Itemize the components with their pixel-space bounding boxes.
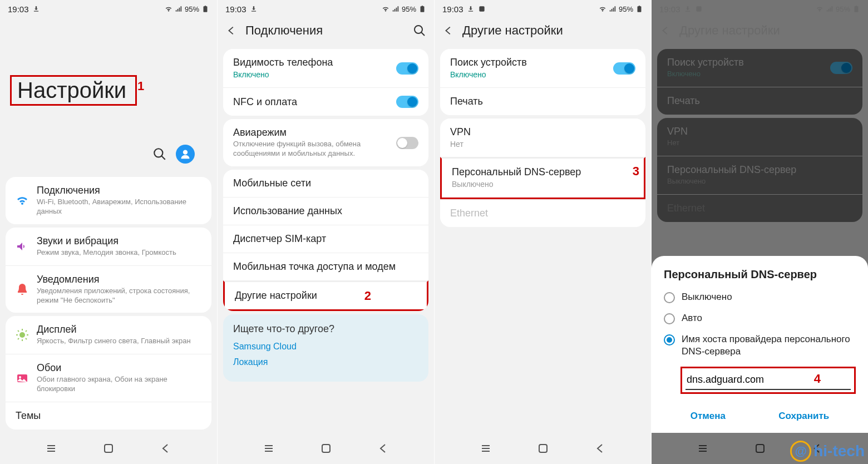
signal-icon [392, 5, 400, 13]
toggle-airplane[interactable] [396, 137, 418, 149]
radio-icon [664, 313, 675, 324]
dns-option-hostname[interactable]: Имя хоста провайдера персонального DNS-с… [664, 333, 856, 358]
status-bar: 19:03 95% [0, 0, 217, 18]
more-item-vpn[interactable]: VPN Нет [440, 119, 645, 157]
signal-icon [175, 5, 183, 13]
svg-line-11 [421, 32, 425, 36]
svg-rect-20 [539, 445, 547, 452]
conn-item-more-settings[interactable]: Другие настройки 2 [223, 280, 428, 311]
sound-icon [16, 240, 29, 253]
annotation-1: 1 [137, 79, 144, 93]
svg-rect-15 [322, 445, 330, 452]
toggle-phone-visibility[interactable] [396, 62, 418, 75]
radio-icon [664, 292, 675, 303]
back-icon[interactable] [225, 24, 238, 37]
wifi-icon [16, 194, 29, 207]
download-icon [250, 5, 258, 13]
more-item-ethernet: Ethernet [440, 199, 645, 227]
settings-item-notifications[interactable]: Уведомления Уведомления приложений, стро… [6, 265, 211, 313]
status-time: 19:03 [8, 4, 29, 14]
conn-item-airplane[interactable]: Авиарежим Отключение функций вызова, обм… [223, 119, 428, 166]
page-title: Подключения [245, 23, 323, 38]
wifi-icon [165, 5, 172, 13]
radio-icon [664, 334, 675, 345]
svg-rect-9 [105, 445, 112, 452]
annotation-3: 3 [633, 164, 639, 179]
conn-item-phone-visibility[interactable]: Видимость телефона Включено [223, 49, 428, 87]
at-icon: @ [790, 441, 811, 462]
save-button[interactable]: Сохранить [767, 406, 840, 426]
notification-icon [478, 5, 486, 13]
toggle-nfc[interactable] [396, 96, 418, 108]
settings-item-sounds[interactable]: Звуки и вибрация Режим звука, Мелодия зв… [6, 228, 211, 265]
dns-option-off[interactable]: Выключено [664, 291, 856, 303]
navigation-bar [0, 433, 217, 464]
status-battery: 95% [619, 5, 633, 13]
app-header: Подключения [218, 18, 434, 46]
suggestions-title: Ищете что-то другое? [233, 323, 418, 335]
status-bar: 19:03 95% [218, 0, 434, 18]
search-icon[interactable] [413, 24, 426, 37]
download-icon [32, 5, 40, 13]
notification-icon [16, 283, 29, 296]
recents-button[interactable] [45, 442, 58, 455]
search-icon[interactable] [152, 147, 167, 161]
recents-button[interactable] [479, 442, 492, 455]
page-title: Настройки [14, 77, 130, 103]
recents-button[interactable] [262, 442, 275, 455]
svg-point-0 [154, 149, 162, 157]
home-button[interactable] [536, 442, 550, 455]
back-button[interactable] [159, 442, 172, 455]
conn-item-sim-manager[interactable]: Диспетчер SIM-карт [223, 225, 428, 253]
svg-point-2 [183, 150, 188, 155]
more-item-private-dns[interactable]: Персональный DNS-сервер Выключено 3 [440, 157, 645, 199]
suggestions-card: Ищете что-то другое? Samsung Cloud Локац… [223, 314, 428, 382]
app-header: Другие настройки [435, 18, 651, 46]
svg-rect-16 [479, 6, 484, 11]
settings-item-display[interactable]: Дисплей Яркость, Фильтр синего света, Гл… [6, 316, 211, 354]
dialog-title: Персональный DNS-сервер [664, 268, 856, 281]
status-bar: 19:03 95% [435, 0, 651, 18]
status-battery: 95% [185, 5, 199, 13]
svg-point-3 [19, 332, 25, 338]
signal-icon [609, 5, 617, 13]
back-button[interactable] [377, 442, 390, 455]
battery-icon [418, 5, 426, 13]
back-icon[interactable] [442, 24, 455, 37]
back-button[interactable] [594, 442, 607, 455]
dns-hostname-input[interactable] [685, 371, 851, 390]
home-button[interactable] [319, 442, 333, 455]
download-icon [467, 5, 475, 13]
navigation-bar [435, 433, 651, 464]
dns-option-auto[interactable]: Авто [664, 312, 856, 324]
conn-item-nfc[interactable]: NFC и оплата [223, 87, 428, 116]
toggle-device-search[interactable] [613, 62, 635, 75]
settings-item-wallpaper[interactable]: Обои Обои главного экрана, Обои на экран… [6, 354, 211, 402]
conn-item-data-usage[interactable]: Использование данных [223, 197, 428, 225]
cancel-button[interactable]: Отмена [679, 406, 737, 426]
svg-line-1 [161, 156, 165, 160]
battery-icon [635, 5, 643, 13]
suggestion-link-samsung-cloud[interactable]: Samsung Cloud [233, 342, 418, 352]
more-item-print[interactable]: Печать [440, 87, 645, 115]
status-time: 19:03 [225, 4, 246, 14]
svg-point-10 [415, 26, 422, 33]
more-item-device-search[interactable]: Поиск устройств Включено [440, 49, 645, 87]
status-time: 19:03 [442, 4, 463, 14]
conn-item-hotspot[interactable]: Мобильная точка доступа и модем [223, 253, 428, 280]
home-button[interactable] [102, 442, 115, 455]
status-battery: 95% [402, 5, 416, 13]
wifi-icon [382, 5, 389, 13]
settings-item-themes[interactable]: Темы [6, 402, 211, 430]
annotation-2: 2 [364, 289, 371, 303]
screen-3-more-settings: 19:03 95% Другие настройки Поиск устройс… [434, 0, 651, 464]
settings-item-connections[interactable]: Подключения Wi-Fi, Bluetooth, Авиарежим,… [6, 177, 211, 224]
screen-1-settings: 19:03 95% Настройки 1 [0, 0, 217, 464]
brightness-icon [16, 328, 29, 342]
svg-point-5 [19, 376, 21, 378]
conn-item-mobile-networks[interactable]: Мобильные сети [223, 170, 428, 197]
wallpaper-icon [16, 372, 29, 385]
wifi-icon [599, 5, 606, 13]
suggestion-link-location[interactable]: Локация [233, 357, 418, 367]
profile-avatar[interactable] [176, 145, 195, 164]
